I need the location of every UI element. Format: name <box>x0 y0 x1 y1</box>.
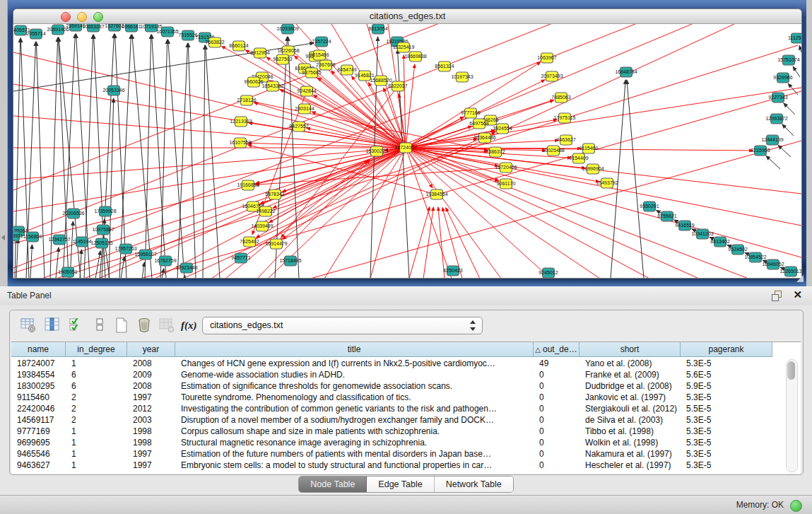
table-row[interactable]: 977716911998Corpus callosum shape and si… <box>11 426 772 437</box>
graph-node[interactable]: 1061170 <box>497 179 516 189</box>
graph-node[interactable]: 8613402 <box>710 237 729 247</box>
left-splitter-strip[interactable] <box>0 0 8 286</box>
new-table-icon[interactable] <box>113 317 130 334</box>
network-graph-canvas[interactable]: 1405571205571420691406236914010653287132… <box>13 24 801 278</box>
node-table: namein_degreeyeartitle△out_de…shortpager… <box>11 341 801 474</box>
graph-node[interactable]: 9777169 <box>461 108 480 118</box>
svg-text:15688520: 15688520 <box>370 78 392 83</box>
graph-node[interactable]: 1112502 <box>788 33 801 43</box>
table-row[interactable]: 1456911722003Disruption of a novel membe… <box>11 414 772 426</box>
table-row[interactable]: 1830029562008Estimation of significance … <box>11 380 772 392</box>
delete-table-icon[interactable] <box>136 317 153 334</box>
graph-edge-black <box>36 42 45 278</box>
column-header-year[interactable]: year <box>127 342 175 357</box>
graph-node[interactable]: 16958107 <box>134 250 156 259</box>
graph-node[interactable]: 10197343 <box>451 72 473 82</box>
table-options-icon[interactable] <box>20 317 37 334</box>
graph-node[interactable]: 16782759 <box>154 256 176 266</box>
graph-node[interactable]: 9245012 <box>539 268 558 278</box>
svg-text:10975887: 10975887 <box>92 227 114 232</box>
graph-node[interactable]: 5878342 <box>265 189 284 199</box>
graph-node[interactable]: 16648784 <box>615 67 637 77</box>
scrollbar-thumb[interactable] <box>787 361 795 380</box>
graph-node[interactable]: 17975115 <box>554 113 576 123</box>
graph-node[interactable]: 16914479 <box>265 239 287 249</box>
table-row[interactable]: 1872400712008Changes of HCN gene express… <box>11 358 772 369</box>
network-window-titlebar[interactable]: citations_edges.txt <box>13 9 801 24</box>
float-panel-icon[interactable] <box>772 291 782 301</box>
graph-node[interactable]: 18669838 <box>404 52 426 62</box>
graph-edge-black <box>162 269 164 278</box>
column-edit-icon[interactable] <box>44 317 61 334</box>
tab-edge-table[interactable]: Edge Table <box>367 477 434 492</box>
table-cell: 5.3E-5 <box>681 414 772 426</box>
column-header-in_degree[interactable]: in_degree <box>66 342 127 357</box>
graph-node[interactable]: 9329966 <box>773 73 792 83</box>
graph-node[interactable]: 10975887 <box>92 225 114 235</box>
graph-node[interactable]: 9524502 <box>728 245 747 255</box>
table-row[interactable]: 1938455462009Genome-wide association stu… <box>11 369 772 380</box>
graph-node[interactable]: 20053346 <box>102 86 124 95</box>
table-select[interactable]: citations_edges.txt <box>202 317 483 334</box>
table-row[interactable]: 969969511998Structural magnetic resonanc… <box>11 437 772 448</box>
close-panel-icon[interactable]: ✕ <box>793 288 802 301</box>
graph-node[interactable]: 8813054 <box>368 24 387 34</box>
column-header-label: pagerank <box>708 344 743 354</box>
tab-network-table[interactable]: Network Table <box>435 477 513 492</box>
column-header-out_de[interactable]: △out_de… <box>534 342 579 357</box>
graph-node[interactable]: 8660124 <box>229 41 248 51</box>
table-row[interactable]: 2242004622012Investigating the contribut… <box>11 403 772 414</box>
graph-node[interactable]: 9227343 <box>768 93 787 103</box>
column-header-short[interactable]: short <box>579 342 681 357</box>
graph-edge-black <box>26 42 36 278</box>
graph-node[interactable]: 10653287 <box>82 24 104 32</box>
graph-node[interactable]: 2718126 <box>237 95 256 105</box>
table-cell: 1 <box>66 358 127 369</box>
graph-node[interactable]: 2803144 <box>295 104 314 114</box>
tab-node-table[interactable]: Node Table <box>299 477 367 492</box>
graph-node[interactable]: 12923448 <box>175 263 197 273</box>
graph-node[interactable]: 6966161 <box>122 24 141 32</box>
table-row[interactable]: 946554611997Estimation of the future num… <box>11 448 772 460</box>
graph-node[interactable]: 9463627 <box>556 135 575 145</box>
graph-node[interactable]: 1905051 <box>58 267 77 277</box>
graph-node[interactable]: 17359928 <box>94 206 116 216</box>
graph-node[interactable]: 7625402 <box>240 237 259 247</box>
vertical-scrollbar[interactable] <box>786 359 798 472</box>
graph-node[interactable]: 15493792 <box>596 178 618 188</box>
graph-node[interactable]: 16107558 <box>229 138 251 148</box>
graph-node[interactable]: 10025488 <box>542 146 564 156</box>
svg-text:6966161: 6966161 <box>122 24 141 29</box>
merge-cells-icon[interactable] <box>92 317 109 334</box>
function-builder-icon[interactable]: f(x) <box>181 317 198 334</box>
column-header-name[interactable]: name <box>11 342 66 357</box>
graph-node[interactable]: 9115460 <box>579 144 599 153</box>
graph-node[interactable]: 9350291 <box>640 201 659 211</box>
svg-text:8322037: 8322037 <box>388 83 407 88</box>
graph-node[interactable]: 15751074 <box>777 55 799 65</box>
column-header-pagerank[interactable]: pagerank <box>681 342 772 357</box>
column-header-title[interactable]: title <box>175 342 534 357</box>
svg-text:9375685: 9375685 <box>302 70 321 75</box>
select-rows-icon[interactable] <box>68 317 85 334</box>
graph-node[interactable]: 10996904 <box>582 164 604 174</box>
graph-node[interactable]: 16033809 <box>276 24 298 34</box>
table-row[interactable]: 946362711997Embryonic stem cells: a mode… <box>11 460 772 471</box>
graph-node[interactable]: 19166852 <box>237 180 259 190</box>
graph-node[interactable]: 12444139 <box>761 135 783 145</box>
splitter-collapse-arrow-icon[interactable] <box>1 235 5 240</box>
table-cell: 2008 <box>127 358 175 369</box>
svg-text:9463627: 9463627 <box>556 137 575 142</box>
graph-node[interactable]: 9154409 <box>569 153 588 163</box>
resize-grip[interactable] <box>796 275 804 282</box>
graph-node[interactable]: 12093872 <box>765 114 787 124</box>
table-cell: 0 <box>534 460 579 471</box>
table-row[interactable]: 911546021997Tourette syndrome. Phenomeno… <box>11 392 772 403</box>
graph-node[interactable]: 12213303 <box>230 117 252 127</box>
graph-node[interactable]: 8250413 <box>443 266 462 276</box>
graph-node[interactable]: 19384554 <box>425 189 447 199</box>
graph-node[interactable]: 8912954 <box>250 48 269 58</box>
svg-text:17359928: 17359928 <box>94 209 116 214</box>
table-cell: Disruption of a novel member of a sodium… <box>175 414 534 426</box>
table-cell: 1998 <box>127 437 175 448</box>
